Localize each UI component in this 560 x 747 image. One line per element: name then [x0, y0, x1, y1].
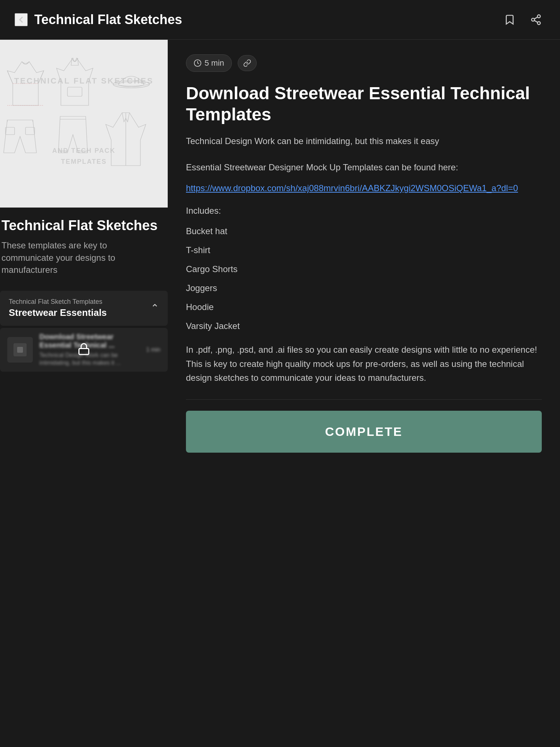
section-nav-title: Streetwear Essentials	[9, 307, 107, 318]
header-actions	[500, 10, 545, 29]
section-nav: Technical Flat Sketch Templates Streetwe…	[0, 291, 168, 326]
time-badge: 5 min	[186, 54, 232, 72]
meta-row: 5 min	[186, 54, 542, 72]
complete-button[interactable]: COMPLETE	[186, 411, 542, 453]
content-title: Download Streetwear Essential Technical …	[186, 83, 542, 125]
left-column: TECHNICAL FLAT SKETCHES AND TECH PACK TE…	[0, 40, 168, 471]
svg-point-0	[537, 15, 540, 18]
svg-point-1	[532, 18, 534, 21]
copy-link-button[interactable]	[238, 55, 257, 71]
svg-rect-25	[17, 347, 23, 353]
svg-text:TEMPLATES: TEMPLATES	[61, 158, 107, 165]
link-icon	[243, 59, 251, 67]
section-nav-label: Technical Flat Sketch Templates	[9, 298, 107, 306]
content-body-intro: Essential Streetwear Designer Mock Up Te…	[186, 160, 542, 174]
svg-rect-5	[0, 40, 168, 208]
main-content: TECHNICAL FLAT SKETCHES AND TECH PACK TE…	[0, 40, 560, 471]
list-item: Varsity Jacket	[186, 317, 542, 336]
svg-text:TECHNICAL FLAT SKETCHES: TECHNICAL FLAT SKETCHES	[14, 76, 153, 85]
header: Technical Flat Sketches	[0, 0, 560, 40]
includes-label: Includes:	[186, 206, 542, 216]
items-list: Bucket hatT-shirtCargo ShortsJoggersHood…	[186, 222, 542, 336]
lock-icon	[77, 342, 90, 357]
page-title: Technical Flat Sketches	[34, 12, 182, 27]
locked-lesson: Download Streetwear Essential Technical …	[0, 328, 168, 372]
svg-rect-26	[79, 348, 89, 355]
section-nav-header[interactable]: Technical Flat Sketch Templates Streetwe…	[0, 291, 168, 326]
list-item: Joggers	[186, 279, 542, 298]
list-item: T-shirt	[186, 241, 542, 260]
right-column: 5 min Download Streetwear Essential Tech…	[168, 40, 560, 471]
divider	[186, 399, 542, 400]
svg-point-2	[537, 22, 540, 24]
left-subtitle: These templates are key to communicate y…	[1, 239, 160, 276]
back-button[interactable]	[15, 13, 28, 26]
svg-line-4	[534, 17, 537, 19]
section-nav-info: Technical Flat Sketch Templates Streetwe…	[9, 298, 107, 318]
thumb-placeholder-icon	[13, 343, 27, 356]
content-description: Technical Design Work can be intimidatin…	[186, 135, 542, 147]
list-item: Cargo Shorts	[186, 260, 542, 279]
locked-thumb	[7, 337, 33, 363]
clock-icon	[194, 59, 202, 67]
list-item: Bucket hat	[186, 222, 542, 241]
sketches-svg: TECHNICAL FLAT SKETCHES AND TECH PACK TE…	[0, 40, 168, 208]
bookmark-button[interactable]	[500, 10, 519, 29]
footer-text: In .pdf, .png, .psd, and .ai files so yo…	[186, 343, 542, 385]
chevron-up-icon: ⌃	[151, 302, 159, 314]
locked-duration: 1 min	[146, 347, 160, 353]
hero-image: TECHNICAL FLAT SKETCHES AND TECH PACK TE…	[0, 40, 168, 208]
svg-text:AND TECH PACK: AND TECH PACK	[52, 147, 116, 154]
list-item: Hoodie	[186, 298, 542, 317]
hero-image-inner: TECHNICAL FLAT SKETCHES AND TECH PACK TE…	[0, 40, 168, 208]
dropbox-link[interactable]: https://www.dropbox.com/sh/xaj088mrvin6b…	[186, 182, 542, 195]
left-title: Technical Flat Sketches	[1, 218, 160, 233]
time-label: 5 min	[205, 58, 224, 68]
svg-line-3	[534, 20, 537, 22]
header-left: Technical Flat Sketches	[15, 12, 182, 27]
left-text: Technical Flat Sketches These templates …	[0, 208, 168, 283]
share-button[interactable]	[526, 10, 545, 29]
